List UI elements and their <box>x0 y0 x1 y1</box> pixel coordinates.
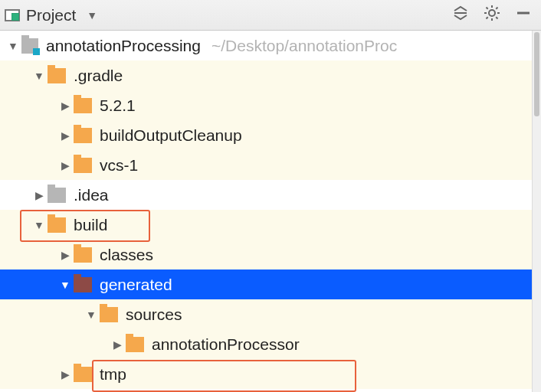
tree-root-row[interactable]: ▼ annotationProcessing ~/Desktop/annotat… <box>0 31 541 60</box>
tree-row-generated[interactable]: ▼ generated <box>0 270 541 299</box>
svg-line-8 <box>487 17 488 18</box>
project-toolbar: Project ▼ <box>0 0 541 31</box>
folder-icon <box>48 217 66 233</box>
tree-row-521[interactable]: ▶ 5.2.1 <box>0 90 541 120</box>
chevron-right-icon[interactable]: ▶ <box>31 189 48 201</box>
tree-row-gradle[interactable]: ▼ .gradle <box>0 60 541 90</box>
root-label: annotationProcessing <box>46 37 201 55</box>
gear-icon[interactable] <box>483 4 501 26</box>
chevron-right-icon[interactable]: ▶ <box>57 129 74 142</box>
node-label: generated <box>100 276 172 294</box>
chevron-down-icon[interactable]: ▼ <box>87 9 97 21</box>
tree-row-buildoutputcleanup[interactable]: ▶ buildOutputCleanup <box>0 120 541 150</box>
minimize-icon[interactable] <box>515 5 532 25</box>
folder-icon <box>74 98 92 113</box>
tree-row-tmp[interactable]: ▶ tmp <box>0 359 541 389</box>
toolbar-left[interactable]: Project ▼ <box>5 6 97 24</box>
folder-icon <box>74 247 92 263</box>
folder-icon <box>48 68 66 83</box>
chevron-right-icon[interactable]: ▶ <box>109 338 126 351</box>
chevron-right-icon[interactable]: ▶ <box>57 249 74 261</box>
chevron-down-icon[interactable]: ▼ <box>83 309 100 321</box>
chevron-right-icon[interactable]: ▶ <box>57 368 74 381</box>
node-label: .gradle <box>74 67 123 85</box>
folder-icon <box>74 367 92 382</box>
svg-line-7 <box>496 17 497 18</box>
root-path-hint: ~/Desktop/annotationProc <box>211 37 397 55</box>
svg-point-1 <box>489 10 495 16</box>
node-label: buildOutputCleanup <box>100 126 242 145</box>
folder-icon <box>74 128 92 143</box>
node-label: annotationProcessor <box>152 335 300 354</box>
tree-row-build[interactable]: ▼ build <box>0 210 541 240</box>
scrollbar-thumb[interactable] <box>534 32 539 116</box>
chevron-down-icon[interactable]: ▼ <box>5 40 21 52</box>
node-label: tmp <box>100 365 126 384</box>
svg-line-6 <box>487 8 488 9</box>
node-label: classes <box>100 246 153 264</box>
chevron-right-icon[interactable]: ▶ <box>57 159 74 172</box>
project-view-icon <box>5 9 20 21</box>
node-label: sources <box>126 305 182 324</box>
module-folder-icon <box>21 38 38 54</box>
folder-icon <box>48 188 66 203</box>
tree-row-sources[interactable]: ▼ sources <box>0 299 541 329</box>
collapse-all-icon[interactable] <box>452 5 469 25</box>
tree-row-vcs1[interactable]: ▶ vcs-1 <box>0 150 541 180</box>
chevron-down-icon[interactable]: ▼ <box>31 219 48 231</box>
folder-icon <box>126 337 144 352</box>
chevron-down-icon[interactable]: ▼ <box>57 279 74 291</box>
node-label: 5.2.1 <box>100 96 136 115</box>
folder-icon <box>74 158 92 173</box>
folder-icon <box>100 307 118 322</box>
tree-row-annotationprocessor[interactable]: ▶ annotationProcessor <box>0 329 541 359</box>
chevron-right-icon[interactable]: ▶ <box>57 100 74 112</box>
chevron-down-icon[interactable]: ▼ <box>31 70 48 82</box>
folder-icon <box>74 277 92 292</box>
project-tree: ▼ annotationProcessing ~/Desktop/annotat… <box>0 31 541 389</box>
tree-row-classes[interactable]: ▶ classes <box>0 240 541 270</box>
node-label: build <box>74 216 107 234</box>
node-label: vcs-1 <box>100 156 138 175</box>
toolbar-title: Project <box>26 6 76 24</box>
svg-line-9 <box>496 8 497 9</box>
vertical-scrollbar[interactable] <box>532 31 541 392</box>
node-label: .idea <box>74 186 109 204</box>
tree-row-idea[interactable]: ▶ .idea <box>0 180 541 210</box>
